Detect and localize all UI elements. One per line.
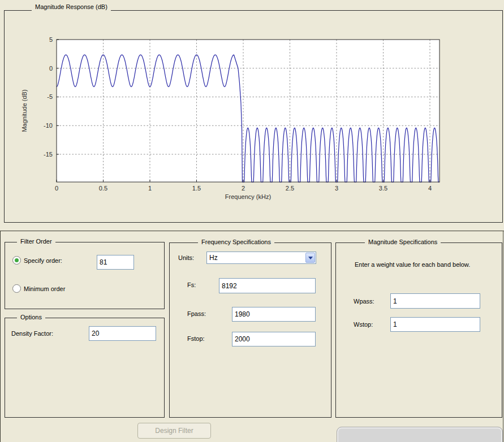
filter-order-title: Filter Order [17,238,55,245]
fstop-input[interactable] [232,332,316,346]
fs-input[interactable] [219,278,316,293]
wstop-input[interactable] [390,317,480,332]
minimum-order-radio[interactable] [12,284,21,293]
minimum-order-label: Minimum order [24,285,65,293]
fpass-label: Fpass: [187,310,206,318]
units-label: Units: [178,254,194,262]
frequency-specs-title: Frequency Specifications [198,239,274,246]
density-factor-label: Density Factor: [11,330,53,337]
specify-order-label: Specify order: [24,257,62,265]
fdatool-design-window: { "plot_panel": { "title": "Magnitude Re… [0,0,504,442]
fstop-label: Fstop: [187,335,205,343]
window-frame-right [503,231,503,442]
magnitude-response-panel [4,10,503,223]
section-separator [0,231,504,231]
fs-label: Fs: [187,281,196,289]
chevron-down-icon[interactable] [305,253,315,263]
fpass-input[interactable] [232,307,316,322]
magnitude-response-title: Magnitude Response (dB) [32,3,111,11]
wpass-input[interactable] [390,293,480,309]
units-selected-value: Hz [209,253,218,262]
window-frame-left [0,231,1,442]
wstop-label: Wstop: [354,321,373,328]
magnitude-specs-title: Magnitude Specifications [365,239,441,246]
density-factor-input[interactable] [89,326,156,341]
frequency-specs-panel [169,242,331,418]
weight-instruction-text: Enter a weight value for each band below… [355,261,470,268]
design-filter-button[interactable]: Design Filter [137,423,211,439]
filter-order-panel [5,242,165,309]
status-panel-partial [337,427,503,442]
specify-order-radio[interactable] [12,256,21,265]
wpass-label: Wpass: [354,298,374,305]
units-combobox[interactable]: Hz [206,252,316,264]
specify-order-input[interactable] [97,255,134,270]
options-title: Options [17,314,45,321]
